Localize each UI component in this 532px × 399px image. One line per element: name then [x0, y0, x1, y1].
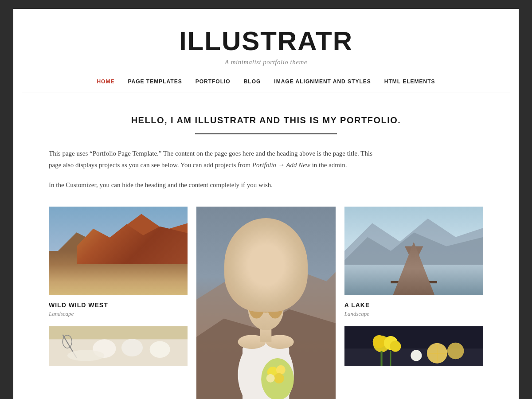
portfolio-item-wild-west[interactable]: WILD WILD WEST Landscape	[49, 207, 188, 317]
svg-rect-57	[390, 351, 391, 366]
nav-blog[interactable]: BLOG	[244, 75, 261, 88]
svg-point-62	[411, 350, 422, 361]
portfolio-image-wild-west	[49, 207, 188, 295]
portfolio-item-lake[interactable]: A LAKE Landscape	[344, 207, 483, 317]
eggs-svg	[49, 326, 188, 366]
portfolio-item-eggs[interactable]	[49, 326, 188, 366]
svg-line-8	[66, 270, 72, 274]
portfolio-title-lake: A LAKE	[344, 301, 483, 309]
svg-marker-3	[123, 214, 188, 295]
svg-point-26	[246, 282, 286, 312]
nav-home[interactable]: HOME	[97, 75, 114, 88]
svg-point-32	[258, 287, 265, 295]
wild-west-svg	[49, 207, 188, 295]
intro-text-2: In the Customizer, you can hide the head…	[49, 179, 377, 191]
svg-marker-2	[104, 228, 188, 295]
page-heading: HELLO, I AM ILLUSTRATR AND THIS IS MY PO…	[49, 115, 483, 125]
svg-rect-0	[49, 207, 188, 295]
svg-point-25	[248, 288, 284, 330]
svg-point-34	[272, 288, 279, 294]
lake-svg	[344, 207, 483, 295]
portfolio-image-flowers	[344, 326, 483, 366]
svg-point-30	[243, 290, 251, 297]
portfolio-subtitle-wild-west: Landscape	[49, 310, 188, 317]
svg-point-29	[245, 289, 287, 301]
portfolio-item-flowers[interactable]	[344, 326, 483, 366]
svg-rect-4	[49, 274, 188, 295]
intro-text-1: This page uses “Portfolio Page Template.…	[49, 148, 377, 171]
nav-image-alignment[interactable]: IMAGE ALIGNMENT AND STYLES	[274, 75, 371, 88]
site-tagline: A minimalist portfolio theme	[22, 59, 510, 66]
svg-point-12	[121, 339, 143, 356]
svg-point-40	[266, 374, 275, 383]
svg-point-33	[264, 286, 273, 295]
svg-point-39	[274, 373, 284, 383]
page-wrapper: ILLUSTRATR A minimalist portfolio theme …	[13, 9, 519, 399]
svg-rect-56	[380, 351, 382, 366]
svg-line-7	[72, 266, 79, 272]
portfolio-title-wild-west: WILD WILD WEST	[49, 301, 188, 309]
heading-divider	[195, 133, 337, 134]
portfolio-item-woman[interactable]	[196, 207, 335, 399]
svg-point-13	[150, 341, 170, 358]
svg-rect-49	[423, 278, 426, 295]
site-header: ILLUSTRATR A minimalist portfolio theme …	[13, 9, 519, 93]
svg-point-38	[276, 365, 286, 375]
svg-point-35	[278, 289, 286, 297]
svg-rect-47	[391, 281, 437, 283]
nav-portfolio[interactable]: PORTFOLIO	[196, 75, 231, 88]
svg-rect-44	[344, 265, 483, 295]
nav-html-elements[interactable]: HTML ELEMENTS	[384, 75, 435, 88]
portfolio-image-eggs	[49, 326, 188, 366]
portfolio-grid: WILD WILD WEST Landscape	[49, 207, 483, 399]
svg-point-61	[447, 342, 464, 359]
portfolio-image-woman	[196, 207, 335, 399]
svg-point-31	[251, 289, 258, 295]
svg-point-55	[390, 340, 401, 352]
flowers-svg	[344, 326, 483, 366]
portfolio-subtitle-lake: Landscape	[344, 310, 483, 317]
svg-point-27	[248, 290, 265, 318]
portfolio-image-lake	[344, 207, 483, 295]
svg-point-28	[267, 290, 284, 318]
svg-rect-48	[400, 278, 403, 295]
main-content: HELLO, I AM ILLUSTRATR AND THIS IS MY PO…	[13, 93, 519, 399]
site-title: ILLUSTRATR	[22, 27, 510, 56]
woman-svg	[196, 207, 335, 399]
site-nav: HOME PAGE TEMPLATES PORTFOLIO BLOG IMAGE…	[22, 75, 510, 93]
svg-point-16	[67, 350, 105, 361]
svg-point-53	[372, 335, 385, 348]
svg-line-6	[65, 267, 72, 271]
nav-page-templates[interactable]: PAGE TEMPLATES	[128, 75, 182, 88]
svg-rect-46	[412, 265, 415, 283]
